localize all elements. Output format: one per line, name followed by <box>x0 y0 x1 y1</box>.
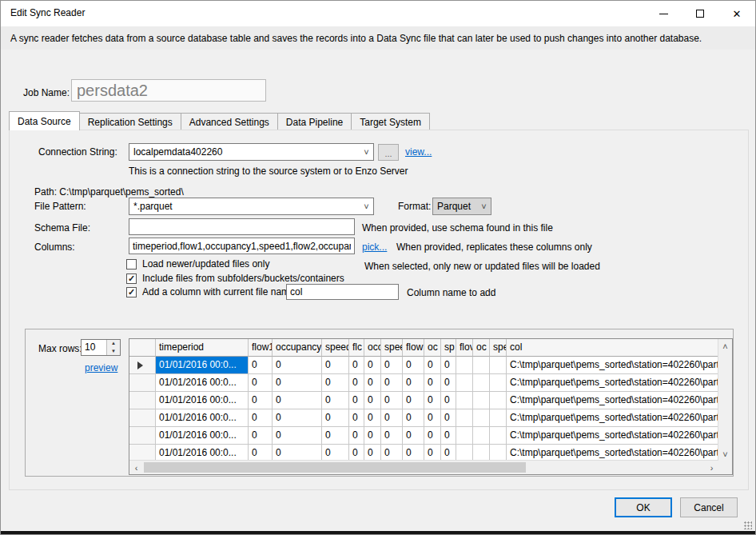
grid-cell[interactable]: 0 <box>322 357 349 374</box>
close-button[interactable]: ✕ <box>718 1 755 26</box>
grid-cell[interactable]: 0 <box>403 374 424 392</box>
grid-cell[interactable]: 0 <box>424 374 441 392</box>
grid-cell[interactable]: 0 <box>381 392 403 409</box>
grid-cell[interactable]: C:\tmp\parquet\pems_sorted\station=40226… <box>507 445 718 461</box>
grid-header-cell[interactable] <box>129 339 156 357</box>
grid-cell[interactable]: 0 <box>403 357 424 374</box>
grid-cell[interactable]: 0 <box>349 409 364 427</box>
grid-header-cell[interactable]: spee <box>381 339 403 357</box>
grid-cell[interactable] <box>456 409 473 427</box>
grid-cell[interactable]: 01/01/2016 00:0... <box>156 392 249 409</box>
grid-cell[interactable]: 0 <box>381 445 403 461</box>
grid-cell[interactable]: 0 <box>364 392 381 409</box>
grid-cell[interactable]: 0 <box>441 427 456 445</box>
grid-cell[interactable]: C:\tmp\parquet\pems_sorted\station=40226… <box>507 374 718 392</box>
grid-cell[interactable]: 0 <box>364 445 381 461</box>
grid-cell[interactable] <box>456 392 473 409</box>
grid-cell[interactable]: 0 <box>381 409 403 427</box>
grid-cell[interactable]: 0 <box>322 427 349 445</box>
grid-cell[interactable] <box>473 357 490 374</box>
grid-cell[interactable]: 0 <box>381 357 403 374</box>
grid-cell[interactable]: 0 <box>249 374 273 392</box>
ok-button[interactable]: OK <box>615 497 672 517</box>
grid-cell[interactable]: 01/01/2016 00:0... <box>156 374 249 392</box>
grid-cell[interactable]: 0 <box>403 392 424 409</box>
grid-header-cell[interactable]: occupancy1 <box>273 339 322 357</box>
format-combobox[interactable]: Parquet ˅ <box>432 198 491 215</box>
grid-cell[interactable] <box>490 357 507 374</box>
grid-cell[interactable]: 0 <box>322 374 349 392</box>
grid-header-cell[interactable]: occ <box>364 339 381 357</box>
grid-cell[interactable]: 0 <box>322 392 349 409</box>
grid-cell[interactable]: 01/01/2016 00:0... <box>156 427 249 445</box>
grid-cell[interactable] <box>473 445 490 461</box>
grid-cell[interactable]: 0 <box>349 445 364 461</box>
grid-cell[interactable]: 0 <box>441 409 456 427</box>
row-selector-cell[interactable] <box>129 374 156 392</box>
title-bar[interactable]: Edit Sync Reader ✕ <box>1 1 755 26</box>
column-name-field[interactable] <box>286 284 399 300</box>
grid-cell[interactable] <box>473 392 490 409</box>
grid-header-cell[interactable]: sp <box>441 339 456 357</box>
horizontal-scrollbar-thumb[interactable] <box>144 462 526 473</box>
tab-replication-settings[interactable]: Replication Settings <box>79 113 181 130</box>
pick-columns-link[interactable]: pick... <box>362 242 387 253</box>
preview-link[interactable]: preview <box>85 362 117 373</box>
grid-cell[interactable]: 0 <box>273 392 322 409</box>
grid-cell[interactable]: 0 <box>403 427 424 445</box>
grid-cell[interactable]: 0 <box>249 357 273 374</box>
browse-connection-button[interactable]: ... <box>378 144 399 161</box>
spinner-down-icon[interactable]: ▼ <box>107 348 120 356</box>
grid-header-cell[interactable]: timeperiod <box>156 339 249 357</box>
grid-cell[interactable]: 0 <box>249 392 273 409</box>
grid-cell[interactable]: 0 <box>249 409 273 427</box>
grid-cell[interactable]: C:\tmp\parquet\pems_sorted\station=40226… <box>507 409 718 427</box>
grid-cell[interactable]: 01/01/2016 00:0... <box>156 409 249 427</box>
grid-header-cell[interactable]: speed1 <box>322 339 349 357</box>
grid-header-cell[interactable]: flc <box>349 339 364 357</box>
tab-target-system[interactable]: Target System <box>351 113 430 130</box>
grid-cell[interactable]: 0 <box>403 409 424 427</box>
grid-cell[interactable]: 0 <box>322 445 349 461</box>
grid-cell[interactable]: 0 <box>441 445 456 461</box>
grid-cell[interactable]: 0 <box>349 357 364 374</box>
grid-header-cell[interactable]: oc <box>473 339 490 357</box>
view-connection-link[interactable]: view... <box>405 146 432 158</box>
maximize-button[interactable] <box>682 1 718 26</box>
vertical-scrollbar[interactable]: ˄ ˅ <box>718 339 732 461</box>
tab-advanced-settings[interactable]: Advanced Settings <box>181 113 278 130</box>
grid-cell[interactable]: 0 <box>381 374 403 392</box>
scroll-right-icon[interactable]: › <box>705 461 718 474</box>
grid-cell[interactable]: 0 <box>381 427 403 445</box>
grid-cell[interactable] <box>490 445 507 461</box>
grid-header-cell[interactable]: flov <box>456 339 473 357</box>
grid-cell[interactable]: 0 <box>273 427 322 445</box>
grid-cell[interactable]: 0 <box>322 409 349 427</box>
columns-field[interactable] <box>129 238 355 254</box>
grid-cell[interactable]: 0 <box>424 445 441 461</box>
grid-cell[interactable]: 0 <box>441 374 456 392</box>
horizontal-scrollbar[interactable]: ‹ › <box>129 460 718 474</box>
row-selector-cell[interactable] <box>129 445 156 461</box>
grid-cell[interactable]: 0 <box>249 445 273 461</box>
grid-cell[interactable]: 0 <box>424 427 441 445</box>
grid-cell[interactable] <box>473 374 490 392</box>
grid-cell[interactable]: 0 <box>441 392 456 409</box>
grid-cell[interactable]: 0 <box>424 392 441 409</box>
grid-header-cell[interactable]: oc <box>424 339 441 357</box>
add-column-checkbox[interactable]: ✓ <box>126 287 137 297</box>
grid-cell[interactable]: 0 <box>364 357 381 374</box>
grid-cell[interactable]: 0 <box>273 409 322 427</box>
grid-header-cell[interactable]: flow1 <box>249 339 273 357</box>
minimize-button[interactable] <box>645 1 682 26</box>
cancel-button[interactable]: Cancel <box>680 497 738 517</box>
job-name-field[interactable] <box>71 79 266 102</box>
schema-file-field[interactable] <box>129 218 355 235</box>
grid-header-cell[interactable]: spe <box>490 339 507 357</box>
grid-cell[interactable]: 0 <box>273 357 322 374</box>
tab-data-pipeline[interactable]: Data Pipeline <box>277 113 352 130</box>
grid-cell[interactable]: 0 <box>364 374 381 392</box>
grid-cell[interactable]: 0 <box>249 427 273 445</box>
grid-cell[interactable]: 01/01/2016 00:0... <box>156 357 249 374</box>
grid-cell[interactable] <box>490 374 507 392</box>
